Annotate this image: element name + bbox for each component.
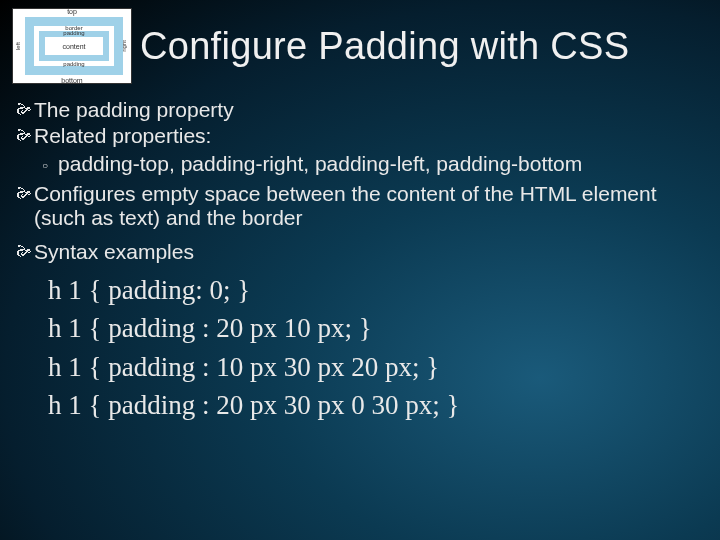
bullet-padding-property: The padding property — [16, 98, 708, 122]
syntax-line-1: h 1 { padding: 0; } — [48, 272, 708, 309]
bullet-text: padding-top, padding-right, padding-left… — [58, 152, 582, 176]
bullet-list: The padding property Related properties:… — [16, 98, 708, 264]
bullet-related-properties: Related properties: — [16, 124, 708, 148]
bm-border-box: border padding padding content — [34, 26, 114, 66]
bullet-text: The padding property — [34, 98, 234, 122]
header-row: top bottom left right margin border bord… — [12, 8, 708, 84]
bm-label-top: top — [67, 8, 77, 15]
syntax-line-2: h 1 { padding : 20 px 10 px; } — [48, 310, 708, 347]
bullet-text: Configures empty space between the conte… — [34, 182, 708, 230]
bullet-text: Related properties: — [34, 124, 211, 148]
bm-padding-box: padding content — [39, 31, 109, 61]
bullet-syntax-examples: Syntax examples — [16, 240, 708, 264]
subbullet-padding-sides: padding-top, padding-right, padding-left… — [42, 152, 708, 176]
bm-content-box: content — [45, 37, 103, 55]
slide-container: top bottom left right margin border bord… — [0, 0, 720, 437]
bm-label-left: left — [15, 42, 21, 50]
bm-label-bottom: bottom — [61, 77, 82, 84]
bm-label-content: content — [63, 43, 86, 50]
bm-label-padding-t: padding — [63, 30, 84, 36]
slide-title: Configure Padding with CSS — [140, 25, 629, 68]
bullet-text: Syntax examples — [34, 240, 194, 264]
bullet-configures-space: Configures empty space between the conte… — [16, 182, 708, 230]
bm-label-padding-b: padding — [63, 61, 84, 67]
box-model-diagram: top bottom left right margin border bord… — [12, 8, 132, 84]
bm-margin-box: border padding padding content — [25, 17, 123, 75]
syntax-line-3: h 1 { padding : 10 px 30 px 20 px; } — [48, 349, 708, 386]
syntax-examples-block: h 1 { padding: 0; } h 1 { padding : 20 p… — [48, 272, 708, 424]
syntax-line-4: h 1 { padding : 20 px 30 px 0 30 px; } — [48, 387, 708, 424]
